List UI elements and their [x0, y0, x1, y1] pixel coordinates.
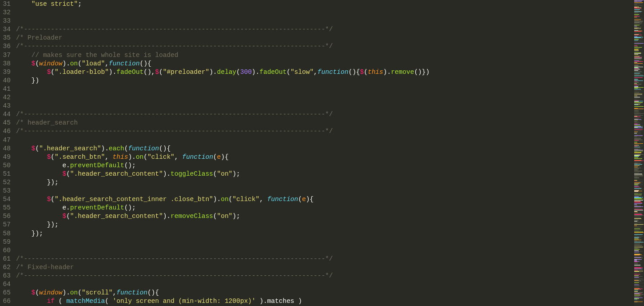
- token-plain: ;: [78, 0, 82, 8]
- token-blue: function: [128, 145, 159, 152]
- token-green: on: [70, 60, 78, 67]
- token-plain: ).: [213, 196, 221, 203]
- token-orangep: e: [217, 153, 221, 161]
- code-line: [16, 280, 634, 289]
- token-yellow: "load": [82, 60, 105, 67]
- token-plain: (: [66, 213, 70, 220]
- line-number: 47: [0, 136, 11, 145]
- token-orange: this: [368, 68, 383, 76]
- token-green: on: [136, 153, 143, 161]
- line-number: 32: [0, 8, 11, 17]
- token-yellow: "scroll": [82, 289, 113, 296]
- code-line: /* Preloader: [16, 34, 634, 42]
- line-number: 60: [0, 246, 11, 255]
- token-plain: ).: [109, 68, 116, 76]
- code-line: e.preventDefault();: [16, 204, 634, 212]
- token-red: $: [62, 213, 66, 220]
- code-editor[interactable]: 3132333435363738394041424344454647484950…: [0, 0, 634, 306]
- token-green: on: [70, 289, 78, 296]
- token-plain: });: [47, 179, 59, 186]
- line-number: 43: [0, 102, 11, 110]
- code-line: [16, 136, 634, 145]
- token-blue: function: [318, 68, 349, 76]
- token-plain: (: [105, 298, 112, 305]
- line-number: 49: [0, 153, 11, 161]
- token-plain: (: [298, 196, 302, 203]
- token-plain: (: [364, 68, 368, 76]
- line-number: 48: [0, 145, 11, 153]
- line-number: 52: [0, 178, 11, 187]
- token-orange: window: [39, 60, 62, 67]
- line-number: 37: [0, 51, 11, 60]
- token-plain: ).: [209, 68, 217, 76]
- token-plain: (: [36, 145, 40, 152]
- code-line: [16, 17, 634, 25]
- token-yellow: "on": [217, 170, 233, 177]
- token-plain: (: [51, 68, 55, 76]
- code-line: $(window).on("load",function(){: [16, 60, 634, 68]
- code-line: /* header_search: [16, 119, 634, 127]
- token-plain: (: [66, 170, 70, 177]
- token-orange: this: [113, 153, 128, 161]
- code-line: e.preventDefault();: [16, 161, 634, 170]
- line-number: 54: [0, 195, 11, 204]
- code-line: $(".search_btn", this).on("click", funct…: [16, 153, 634, 161]
- token-red: $: [360, 68, 364, 76]
- code-line: /*--------------------------------------…: [16, 127, 634, 136]
- code-line: /* Fixed-header: [16, 263, 634, 272]
- token-plain: (){: [140, 60, 151, 67]
- code-line: });: [16, 230, 634, 238]
- token-plain: });: [32, 230, 43, 237]
- token-green: fadeOut: [259, 68, 286, 76]
- token-grey: // makes sure the whole site is loaded: [32, 52, 179, 59]
- minimap[interactable]: [634, 0, 644, 306]
- code-area[interactable]: "use strict"; /*------------------------…: [13, 0, 634, 306]
- token-plain: (: [229, 196, 233, 203]
- token-plain: (: [36, 289, 40, 296]
- token-plain: ,: [259, 196, 267, 203]
- line-number: 61: [0, 255, 11, 263]
- token-plain: ,: [314, 68, 318, 76]
- token-plain: ){: [306, 196, 314, 203]
- token-plain: ).: [101, 145, 108, 152]
- token-bluen: matchMedia: [66, 298, 105, 305]
- token-plain: ).: [128, 153, 135, 161]
- token-yellow: ".header_search_content": [70, 170, 163, 177]
- token-plain: (: [51, 196, 55, 203]
- code-line: $(".header_search_content").toggleClass(…: [16, 170, 634, 178]
- line-number: 56: [0, 212, 11, 221]
- token-red: $: [155, 68, 159, 76]
- token-plain: (){: [147, 289, 159, 296]
- line-number: 35: [0, 34, 11, 42]
- code-line: [16, 8, 634, 17]
- token-yellow: ".loader-blob": [55, 68, 109, 76]
- token-plain: (),: [143, 68, 155, 76]
- code-line: // makes sure the whole site is loaded: [16, 51, 634, 60]
- token-grey: /*--------------------------------------…: [16, 111, 333, 118]
- token-plain: (: [213, 213, 217, 220]
- line-number: 57: [0, 221, 11, 229]
- token-plain: ).: [163, 213, 171, 220]
- token-green: delay: [217, 68, 237, 76]
- code-line: /*--------------------------------------…: [16, 272, 634, 280]
- token-yellow: ".search_btn": [55, 153, 105, 161]
- code-line: $(".loader-blob").fadeOut(),$("#preloade…: [16, 68, 634, 76]
- token-plain: ).matches ): [256, 298, 302, 305]
- line-number: 59: [0, 238, 11, 246]
- token-plain: ).: [62, 289, 70, 296]
- line-number: 51: [0, 170, 11, 178]
- code-line: $(".header_search_content_inner .close_b…: [16, 195, 634, 204]
- token-grey: /* header_search: [16, 119, 78, 126]
- code-line: [16, 238, 634, 246]
- token-plain: (: [143, 153, 147, 161]
- token-yellow: "on": [217, 213, 233, 220]
- code-line: [16, 246, 634, 255]
- code-line: if ( matchMedia( 'only screen and (min-w…: [16, 297, 634, 306]
- line-number: 41: [0, 85, 11, 93]
- code-line: }): [16, 76, 634, 85]
- token-plain: ,: [105, 153, 112, 161]
- line-number: 40: [0, 76, 11, 85]
- token-grey: /*--------------------------------------…: [16, 128, 333, 135]
- token-plain: ){: [221, 153, 228, 161]
- token-grey: /*--------------------------------------…: [16, 43, 333, 50]
